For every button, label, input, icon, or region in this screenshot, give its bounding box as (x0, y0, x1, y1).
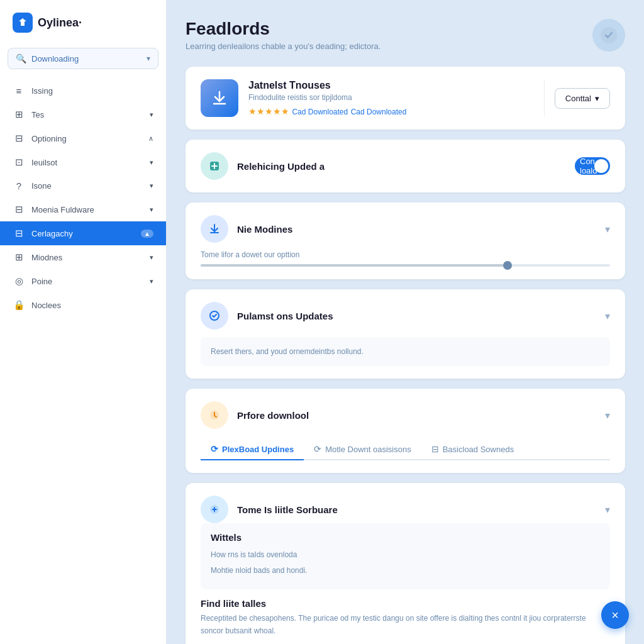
cad-link[interactable]: Cad Downloated (292, 108, 348, 116)
search-icon: 🔍 (16, 53, 26, 64)
chevron-down-icon: ▾ (605, 223, 610, 235)
updates-card-title: Pulamst ons Updates (237, 311, 596, 321)
folder-icon: ⊟ (13, 228, 25, 239)
chevron-down-icon: ∧ (148, 135, 153, 143)
software-card-icon (201, 496, 228, 523)
product-card: Jatnelst Tnouses Findodulite reistis sor… (186, 67, 625, 130)
product-description: Findodulite reistis sor tipjldoma (248, 93, 534, 102)
product-card-inner: Jatnelst Tnouses Findodulite reistis sor… (201, 79, 610, 117)
sidebar-item-label: Poine (31, 277, 143, 286)
software-card-header[interactable]: Tome Is liitle Sorbuare ▾ (201, 496, 610, 523)
fab-button[interactable]: × (601, 601, 629, 629)
toggle-control[interactable]: Con loald (575, 157, 610, 175)
tab-label: Motle Downt oasisisons (325, 445, 411, 454)
sidebar-item-issing[interactable]: ≡ Issing (0, 79, 166, 103)
slider-section: Tome lifor a dowet our opttion (201, 250, 610, 267)
toggle-switch[interactable]: Con loald (575, 157, 610, 175)
article-heading-wittels: Wittels (211, 532, 600, 543)
sidebar-item-label: Ieuilsot (31, 158, 143, 167)
download-card-header[interactable]: Prfore downlool ▾ (201, 401, 610, 429)
chevron-down-icon: ▾ (150, 277, 153, 286)
nav-badge: ▲ (141, 230, 153, 238)
circle-icon: ◎ (13, 275, 25, 287)
square-icon: ⊟ (13, 133, 25, 144)
sidebar-item-label: Isone (31, 181, 143, 191)
sidebar-item-label: Tes (31, 110, 143, 119)
software-card: Tome Is liitle Sorbuare ▾ Wittels How rn… (186, 483, 625, 644)
sidebar-item-optioning[interactable]: ⊟ Optioning ∧ (0, 126, 166, 150)
button-label: Conttal (565, 94, 591, 103)
logo: Oylinea· (0, 13, 166, 48)
download-card-title: Prfore downlool (237, 410, 596, 421)
minus-icon: ⊟ (431, 444, 439, 454)
slider-thumb[interactable] (503, 261, 512, 270)
product-name: Jatnelst Tnouses (248, 80, 534, 91)
toggle-card-title: Relehicing Upded a (237, 161, 566, 172)
close-icon: × (611, 608, 619, 623)
tabs: ⟳ PlexBoad Updines ⟳ Motle Downt oasisis… (201, 439, 610, 460)
refresh-icon: ⟳ (314, 444, 321, 454)
stars-icon: ★★★★★ (248, 106, 289, 116)
page-subtitle: Learring denleailons chable a you's dead… (186, 42, 380, 51)
chevron-down-icon: ▾ (150, 206, 153, 214)
page-header-text: Feadlords Learring denleailons chable a … (186, 19, 380, 51)
updates-card-icon (201, 302, 228, 330)
product-info: Jatnelst Tnouses Findodulite reistis sor… (248, 80, 534, 117)
conttal-button[interactable]: Conttal ▾ (555, 88, 610, 109)
updates-card: Pulamst ons Updates ▾ Resert thers, and … (186, 289, 625, 379)
logo-text: Oylinea· (38, 16, 82, 30)
product-icon (201, 79, 238, 117)
file-icon: ⊟ (13, 204, 25, 215)
slider-card-icon (201, 215, 228, 243)
article-section-wittels: Wittels How rns is taIds ovenloda Mohtie… (201, 523, 610, 589)
sidebar-item-noclees[interactable]: 🔒 Noclees (0, 293, 166, 317)
updates-card-header[interactable]: Pulamst ons Updates ▾ (201, 302, 610, 330)
article-text-line2: Mohtie nloid bads and hondi. (211, 565, 600, 577)
sidebar-item-label: Miodnes (31, 253, 143, 262)
slider-fill (201, 264, 508, 267)
vertical-divider (544, 79, 545, 117)
menu-icon: ≡ (13, 86, 25, 96)
sidebar-item-moenia-fuldware[interactable]: ⊟ Moenia Fuldware ▾ (0, 197, 166, 221)
box-icon: ⊡ (13, 157, 25, 168)
grid-icon: ⊞ (13, 109, 25, 120)
chevron-down-icon: ▾ (595, 94, 599, 103)
sidebar-item-miodnes[interactable]: ⊞ Miodnes ▾ (0, 245, 166, 269)
slider-card-header[interactable]: Nie Modines ▾ (201, 215, 610, 243)
sidebar-item-label: Moenia Fuldware (31, 205, 143, 214)
tab-motle[interactable]: ⟳ Motle Downt oasisisons (304, 439, 421, 460)
slider-description: Tome lifor a dowet our opttion (201, 250, 610, 259)
slider-track[interactable] (201, 264, 610, 267)
logo-icon (13, 13, 33, 33)
page-title: Feadlords (186, 19, 380, 39)
chevron-down-icon: ▾ (147, 54, 150, 63)
sidebar-item-cerlagachy[interactable]: ⊟ Cerlagachy ▲ (0, 221, 166, 245)
chevron-down-icon: ▾ (605, 409, 610, 421)
tab-label: Basicload Sowneds (443, 445, 514, 454)
main-content: Feadlords Learring denleailons chable a … (167, 0, 644, 644)
sidebar-item-tes[interactable]: ⊞ Tes ▾ (0, 103, 166, 126)
chevron-down-icon: ▾ (150, 253, 153, 262)
product-rating: ★★★★★ Cad Downloated Cad Downloated (248, 106, 534, 117)
toggle-card-header[interactable]: Relehicing Upded a Con loald (201, 152, 610, 180)
chevron-down-icon: ▾ (150, 158, 153, 167)
sidebar-item-label: Cerlagachy (31, 229, 135, 238)
grid2-icon: ⊞ (13, 252, 25, 263)
chevron-down-icon: ▾ (605, 504, 610, 516)
question-icon: ? (13, 180, 25, 191)
tab-basicload[interactable]: ⊟ Basicload Sowneds (421, 439, 524, 460)
slider-card-title: Nie Modines (237, 224, 596, 235)
sidebar-item-isone[interactable]: ? Isone ▾ (0, 174, 166, 197)
sidebar-item-label: Noclees (31, 301, 153, 310)
search-text: Downloading (31, 54, 147, 64)
toggle-card: Relehicing Upded a Con loald (186, 140, 625, 192)
cad-downloaded-text: Cad Downloated (351, 108, 407, 116)
tab-plexboad[interactable]: ⟳ PlexBoad Updines (201, 439, 304, 460)
chevron-down-icon: ▾ (605, 310, 610, 322)
chevron-down-icon: ▾ (150, 182, 153, 190)
sidebar-item-label: Optioning (31, 134, 142, 143)
sidebar: Oylinea· 🔍 Downloading ▾ ≡ Issing ⊞ Tes … (0, 0, 167, 644)
search-box[interactable]: 🔍 Downloading ▾ (8, 48, 158, 69)
sidebar-item-ieuilsot[interactable]: ⊡ Ieuilsot ▾ (0, 150, 166, 174)
sidebar-item-poine[interactable]: ◎ Poine ▾ (0, 269, 166, 293)
